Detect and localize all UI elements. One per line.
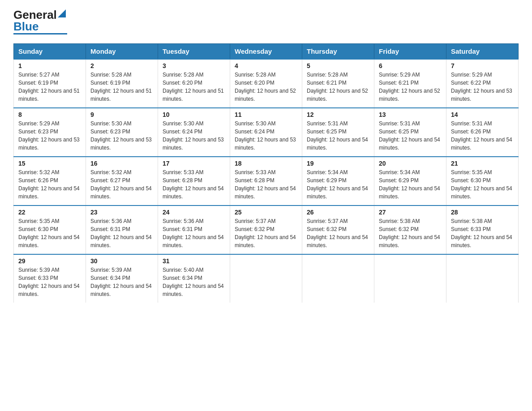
calendar-cell: 14Sunrise: 5:31 AMSunset: 6:26 PMDayligh… [446, 108, 519, 157]
day-info: Sunrise: 5:35 AMSunset: 6:30 PMDaylight:… [451, 168, 514, 201]
logo-blue-text: Blue [13, 21, 39, 32]
calendar-cell: 6Sunrise: 5:29 AMSunset: 6:21 PMDaylight… [374, 59, 446, 108]
day-number: 13 [379, 111, 442, 118]
calendar-cell: 3Sunrise: 5:28 AMSunset: 6:20 PMDaylight… [158, 59, 230, 108]
calendar-week-row: 29Sunrise: 5:39 AMSunset: 6:33 PMDayligh… [14, 254, 519, 303]
header-wednesday: Wednesday [230, 44, 302, 60]
day-number: 20 [379, 160, 442, 167]
day-number: 15 [18, 160, 81, 167]
day-number: 29 [18, 257, 81, 265]
day-number: 9 [90, 111, 153, 118]
day-info: Sunrise: 5:35 AMSunset: 6:30 PMDaylight:… [18, 217, 81, 249]
logo-underline [13, 33, 67, 34]
day-info: Sunrise: 5:33 AMSunset: 6:28 PMDaylight:… [163, 168, 225, 201]
day-info: Sunrise: 5:32 AMSunset: 6:26 PMDaylight:… [18, 168, 81, 201]
calendar-cell: 19Sunrise: 5:34 AMSunset: 6:29 PMDayligh… [302, 157, 374, 206]
calendar-cell: 20Sunrise: 5:34 AMSunset: 6:29 PMDayligh… [374, 157, 446, 206]
header-tuesday: Tuesday [158, 44, 230, 60]
calendar-cell: 11Sunrise: 5:30 AMSunset: 6:24 PMDayligh… [230, 108, 302, 157]
day-info: Sunrise: 5:27 AMSunset: 6:19 PMDaylight:… [18, 71, 81, 103]
header-saturday: Saturday [446, 44, 519, 60]
day-info: Sunrise: 5:38 AMSunset: 6:33 PMDaylight:… [451, 217, 514, 249]
calendar-week-row: 22Sunrise: 5:35 AMSunset: 6:30 PMDayligh… [14, 206, 519, 254]
calendar-cell: 1Sunrise: 5:27 AMSunset: 6:19 PMDaylight… [14, 59, 86, 108]
day-info: Sunrise: 5:28 AMSunset: 6:19 PMDaylight:… [90, 71, 153, 103]
calendar-cell [446, 254, 519, 303]
calendar-cell: 2Sunrise: 5:28 AMSunset: 6:19 PMDaylight… [86, 59, 158, 108]
day-info: Sunrise: 5:28 AMSunset: 6:21 PMDaylight:… [307, 71, 369, 103]
day-info: Sunrise: 5:29 AMSunset: 6:22 PMDaylight:… [451, 71, 514, 103]
day-number: 14 [451, 111, 514, 118]
day-number: 25 [235, 209, 297, 216]
day-number: 23 [90, 209, 153, 216]
day-info: Sunrise: 5:37 AMSunset: 6:32 PMDaylight:… [307, 217, 369, 249]
day-info: Sunrise: 5:31 AMSunset: 6:25 PMDaylight:… [307, 120, 369, 152]
day-number: 27 [379, 209, 442, 216]
calendar-week-row: 1Sunrise: 5:27 AMSunset: 6:19 PMDaylight… [14, 59, 519, 108]
logo-triangle-icon [58, 9, 66, 17]
day-info: Sunrise: 5:28 AMSunset: 6:20 PMDaylight:… [235, 71, 297, 103]
calendar-cell: 24Sunrise: 5:36 AMSunset: 6:31 PMDayligh… [158, 206, 230, 254]
day-number: 6 [379, 62, 442, 69]
day-info: Sunrise: 5:31 AMSunset: 6:25 PMDaylight:… [379, 120, 442, 152]
calendar-cell: 22Sunrise: 5:35 AMSunset: 6:30 PMDayligh… [14, 206, 86, 254]
day-number: 19 [307, 160, 369, 167]
header-thursday: Thursday [302, 44, 374, 60]
day-number: 30 [90, 257, 153, 265]
calendar-cell: 7Sunrise: 5:29 AMSunset: 6:22 PMDaylight… [446, 59, 519, 108]
page-header: General Blue [13, 9, 519, 34]
calendar-cell: 28Sunrise: 5:38 AMSunset: 6:33 PMDayligh… [446, 206, 519, 254]
svg-marker-0 [58, 9, 66, 17]
day-number: 24 [163, 209, 225, 216]
day-number: 16 [90, 160, 153, 167]
calendar-cell: 18Sunrise: 5:33 AMSunset: 6:28 PMDayligh… [230, 157, 302, 206]
calendar-cell: 5Sunrise: 5:28 AMSunset: 6:21 PMDaylight… [302, 59, 374, 108]
day-number: 17 [163, 160, 225, 167]
calendar-cell: 16Sunrise: 5:32 AMSunset: 6:27 PMDayligh… [86, 157, 158, 206]
calendar-cell: 27Sunrise: 5:38 AMSunset: 6:32 PMDayligh… [374, 206, 446, 254]
day-info: Sunrise: 5:31 AMSunset: 6:26 PMDaylight:… [451, 120, 514, 152]
day-info: Sunrise: 5:33 AMSunset: 6:28 PMDaylight:… [235, 168, 297, 201]
day-number: 3 [163, 62, 225, 69]
header-friday: Friday [374, 44, 446, 60]
calendar-header-row: SundayMondayTuesdayWednesdayThursdayFrid… [14, 44, 519, 60]
day-info: Sunrise: 5:34 AMSunset: 6:29 PMDaylight:… [379, 168, 442, 201]
calendar-week-row: 8Sunrise: 5:29 AMSunset: 6:23 PMDaylight… [14, 108, 519, 157]
day-info: Sunrise: 5:29 AMSunset: 6:21 PMDaylight:… [379, 71, 442, 103]
day-number: 31 [163, 257, 225, 265]
calendar-cell [302, 254, 374, 303]
calendar-cell: 29Sunrise: 5:39 AMSunset: 6:33 PMDayligh… [14, 254, 86, 303]
day-info: Sunrise: 5:39 AMSunset: 6:34 PMDaylight:… [90, 266, 153, 298]
header-sunday: Sunday [14, 44, 86, 60]
calendar-cell: 26Sunrise: 5:37 AMSunset: 6:32 PMDayligh… [302, 206, 374, 254]
day-info: Sunrise: 5:30 AMSunset: 6:24 PMDaylight:… [235, 120, 297, 152]
day-number: 4 [235, 62, 297, 69]
day-number: 2 [90, 62, 153, 69]
calendar-cell: 4Sunrise: 5:28 AMSunset: 6:20 PMDaylight… [230, 59, 302, 108]
day-number: 11 [235, 111, 297, 118]
calendar-table: SundayMondayTuesdayWednesdayThursdayFrid… [13, 43, 519, 303]
calendar-cell: 31Sunrise: 5:40 AMSunset: 6:34 PMDayligh… [158, 254, 230, 303]
calendar-cell: 10Sunrise: 5:30 AMSunset: 6:24 PMDayligh… [158, 108, 230, 157]
calendar-cell: 17Sunrise: 5:33 AMSunset: 6:28 PMDayligh… [158, 157, 230, 206]
calendar-cell: 23Sunrise: 5:36 AMSunset: 6:31 PMDayligh… [86, 206, 158, 254]
day-number: 5 [307, 62, 369, 69]
calendar-cell: 30Sunrise: 5:39 AMSunset: 6:34 PMDayligh… [86, 254, 158, 303]
day-number: 18 [235, 160, 297, 167]
day-number: 10 [163, 111, 225, 118]
calendar-cell: 25Sunrise: 5:37 AMSunset: 6:32 PMDayligh… [230, 206, 302, 254]
calendar-cell [374, 254, 446, 303]
day-info: Sunrise: 5:39 AMSunset: 6:33 PMDaylight:… [18, 266, 81, 298]
day-number: 22 [18, 209, 81, 216]
calendar-cell: 12Sunrise: 5:31 AMSunset: 6:25 PMDayligh… [302, 108, 374, 157]
calendar-cell: 9Sunrise: 5:30 AMSunset: 6:23 PMDaylight… [86, 108, 158, 157]
day-info: Sunrise: 5:38 AMSunset: 6:32 PMDaylight:… [379, 217, 442, 249]
day-info: Sunrise: 5:37 AMSunset: 6:32 PMDaylight:… [235, 217, 297, 249]
calendar-cell: 13Sunrise: 5:31 AMSunset: 6:25 PMDayligh… [374, 108, 446, 157]
day-number: 1 [18, 62, 81, 69]
day-number: 26 [307, 209, 369, 216]
logo-general-text: General [13, 9, 57, 21]
calendar-cell: 21Sunrise: 5:35 AMSunset: 6:30 PMDayligh… [446, 157, 519, 206]
day-number: 21 [451, 160, 514, 167]
day-info: Sunrise: 5:28 AMSunset: 6:20 PMDaylight:… [163, 71, 225, 103]
